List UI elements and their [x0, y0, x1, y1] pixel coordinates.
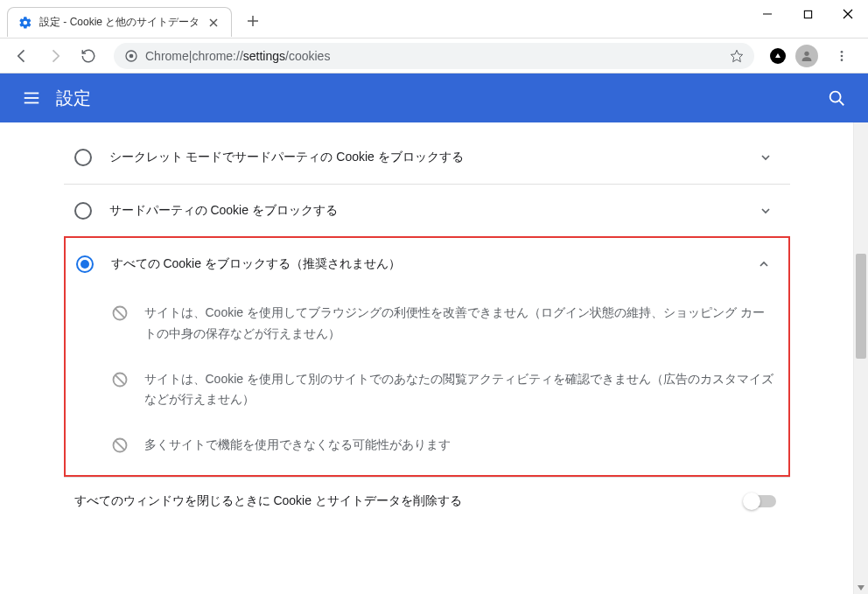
maximize-button[interactable] [788, 0, 828, 28]
option-label: シークレット モードでサードパーティの Cookie をブロックする [109, 150, 759, 165]
extension-icon[interactable] [770, 48, 786, 64]
block-icon [111, 304, 129, 322]
forward-button[interactable] [40, 41, 70, 71]
svg-line-20 [839, 101, 844, 105]
tab-title: 設定 - Cookie と他のサイトデータ [39, 15, 200, 30]
chevron-down-icon [759, 150, 776, 164]
close-icon[interactable] [206, 16, 220, 30]
toggle-label: すべてのウィンドウを閉じるときに Cookie とサイトデータを削除する [74, 493, 745, 509]
svg-point-13 [841, 51, 844, 53]
scrollbar[interactable] [853, 122, 868, 594]
svg-rect-5 [804, 10, 811, 17]
svg-line-22 [115, 309, 124, 318]
detail-item: 多くサイトで機能を使用できなくなる可能性があります [66, 423, 788, 475]
detail-text: サイトは、Cookie を使用してブラウジングの利便性を改善できません（ログイン… [144, 303, 774, 345]
block-icon [111, 437, 129, 454]
toggle-row-clear-on-exit[interactable]: すべてのウィンドウを閉じるときに Cookie とサイトデータを削除する [64, 477, 790, 525]
back-button[interactable] [7, 41, 37, 71]
new-tab-button[interactable] [241, 9, 265, 33]
detail-text: 多くサイトで機能を使用できなくなる可能性があります [144, 435, 774, 456]
radio-option-third-party-block[interactable]: サードパーティの Cookie をブロックする [64, 184, 790, 236]
minimize-button[interactable] [747, 0, 788, 28]
url-text: Chrome | chrome://settings/cookies [145, 49, 330, 63]
selected-option-highlight: すべての Cookie をブロックする（推奨されません） サイトは、Cookie… [64, 236, 790, 477]
svg-line-26 [115, 441, 124, 451]
gear-icon [18, 16, 32, 30]
radio-option-block-all[interactable]: すべての Cookie をブロックする（推奨されません） [66, 238, 788, 290]
profile-button[interactable] [793, 42, 821, 70]
detail-item: サイトは、Cookie を使用して別のサイトでのあなたの閲覧アクティビティを確認… [66, 357, 788, 423]
radio-icon [74, 149, 92, 166]
option-label: サードパーティの Cookie をブロックする [109, 203, 759, 219]
detail-item: サイトは、Cookie を使用してブラウジングの利便性を改善できません（ログイン… [66, 290, 788, 357]
svg-point-15 [841, 59, 844, 61]
radio-option-incognito-block[interactable]: シークレット モードでサードパーティの Cookie をブロックする [64, 131, 790, 184]
close-window-button[interactable] [828, 0, 868, 28]
reload-button[interactable] [74, 41, 103, 71]
settings-content: シークレット モードでサードパーティの Cookie をブロックする サードパー… [64, 122, 790, 594]
radio-icon [74, 202, 92, 220]
settings-header: 設定 [0, 73, 868, 122]
chevron-down-icon [759, 204, 776, 218]
svg-point-14 [841, 54, 844, 57]
hamburger-icon[interactable] [14, 80, 49, 115]
page-title: 設定 [56, 87, 819, 110]
radio-icon [76, 255, 94, 273]
svg-marker-11 [775, 53, 780, 58]
scroll-up-icon[interactable] [858, 126, 864, 131]
window-titlebar: 設定 - Cookie と他のサイトデータ [0, 0, 868, 38]
detail-text: サイトは、Cookie を使用して別のサイトでのあなたの閲覧アクティビティを確認… [144, 369, 774, 411]
bookmark-star-icon[interactable] [730, 49, 744, 63]
scroll-thumb[interactable] [856, 254, 866, 359]
menu-button[interactable] [828, 42, 856, 70]
search-icon[interactable] [819, 80, 854, 115]
browser-tab[interactable]: 設定 - Cookie と他のサイトデータ [7, 7, 232, 37]
svg-point-19 [830, 92, 841, 102]
toggle-switch[interactable] [745, 495, 776, 507]
svg-marker-10 [731, 50, 742, 61]
option-label: すべての Cookie をブロックする（推奨されません） [111, 256, 757, 272]
chevron-up-icon [757, 257, 774, 271]
svg-line-24 [115, 374, 124, 384]
toolbar: Chrome | chrome://settings/cookies [0, 38, 868, 73]
svg-point-9 [130, 53, 134, 58]
chrome-icon [124, 49, 138, 63]
scroll-down-icon[interactable] [858, 585, 864, 591]
window-controls [747, 0, 868, 28]
svg-point-12 [804, 51, 808, 55]
block-icon [111, 371, 129, 388]
omnibox[interactable]: Chrome | chrome://settings/cookies [114, 43, 754, 69]
